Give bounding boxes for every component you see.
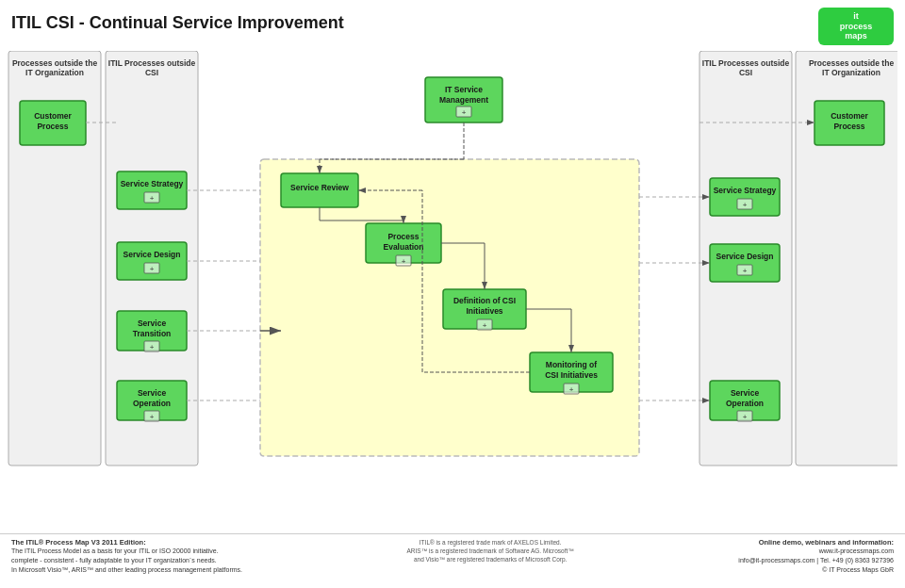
svg-text:Definition of CSI: Definition of CSI <box>453 296 516 305</box>
svg-rect-0 <box>8 51 101 466</box>
diagram: Processes outside the IT Organization IT… <box>8 51 897 513</box>
svg-text:Operation: Operation <box>133 399 171 408</box>
svg-text:Customer: Customer <box>831 111 868 121</box>
svg-text:Service Review: Service Review <box>290 183 349 192</box>
svg-rect-58 <box>737 199 752 209</box>
svg-text:Transition: Transition <box>133 329 172 338</box>
logo: itprocessmaps <box>818 8 894 45</box>
svg-text:IT Organization: IT Organization <box>822 68 880 77</box>
svg-text:Service: Service <box>138 318 167 328</box>
svg-rect-12 <box>260 159 639 456</box>
svg-rect-62 <box>737 265 752 275</box>
header: ITIL CSI - Continual Service Improvement… <box>0 0 905 49</box>
svg-text:+: + <box>462 108 467 117</box>
svg-text:Service Strategy: Service Strategy <box>121 179 184 188</box>
svg-text:Management: Management <box>439 95 488 105</box>
arrows-overlay: Processes outside the IT Organization IT… <box>8 51 897 513</box>
svg-rect-2 <box>699 51 792 466</box>
footer-left: The ITIL® Process Map V3 2011 Edition: T… <box>11 538 242 584</box>
svg-rect-46 <box>443 289 526 329</box>
page-title: ITIL CSI - Continual Service Improvement <box>11 8 344 33</box>
svg-text:+: + <box>483 321 487 330</box>
svg-text:Processes outside the: Processes outside the <box>809 58 895 68</box>
footer-right-bold: Online demo, webinars and information: <box>738 538 894 547</box>
svg-rect-60 <box>710 244 780 282</box>
svg-text:+: + <box>743 413 748 421</box>
svg-rect-37 <box>456 106 471 117</box>
svg-text:ITIL Processes outside: ITIL Processes outside <box>108 58 196 68</box>
svg-rect-22 <box>144 263 159 273</box>
svg-text:+: + <box>150 265 155 273</box>
svg-rect-69 <box>814 101 884 145</box>
svg-rect-3 <box>796 51 897 466</box>
svg-text:ITIL Processes outside: ITIL Processes outside <box>702 58 790 68</box>
svg-rect-67 <box>737 411 752 421</box>
svg-rect-44 <box>396 255 411 266</box>
svg-text:+: + <box>150 194 155 203</box>
svg-text:CSI Initiatives: CSI Initiatives <box>545 370 598 380</box>
svg-text:Evaluation: Evaluation <box>384 242 424 252</box>
svg-rect-27 <box>144 341 159 351</box>
svg-text:Process: Process <box>387 232 419 241</box>
svg-text:Customer: Customer <box>34 111 72 121</box>
svg-rect-56 <box>710 178 780 216</box>
svg-rect-54 <box>564 384 579 394</box>
footer-center-text: ITIL® is a registered trade mark of AXEL… <box>406 538 573 564</box>
svg-text:CSI: CSI <box>739 68 752 77</box>
svg-rect-51 <box>530 352 613 392</box>
svg-text:Process: Process <box>833 122 864 131</box>
svg-text:+: + <box>150 413 155 421</box>
svg-rect-29 <box>117 381 187 420</box>
svg-text:+: + <box>150 343 155 351</box>
svg-text:Service Design: Service Design <box>123 250 181 259</box>
svg-text:Service Design: Service Design <box>716 252 774 261</box>
footer-right-text: www.it-processmaps.com info@it-processma… <box>738 547 894 574</box>
svg-text:+: + <box>743 267 748 275</box>
svg-rect-49 <box>477 319 492 330</box>
svg-rect-24 <box>117 311 187 351</box>
svg-text:IT Service: IT Service <box>445 85 483 94</box>
svg-rect-41 <box>366 223 441 263</box>
svg-text:IT Organization: IT Organization <box>25 68 84 77</box>
footer-center: ITIL® is a registered trade mark of AXEL… <box>406 538 573 584</box>
svg-text:Service Strategy: Service Strategy <box>714 186 777 195</box>
svg-rect-20 <box>117 242 187 280</box>
svg-rect-18 <box>144 192 159 203</box>
svg-text:Initiatives: Initiatives <box>466 306 502 316</box>
footer-right: Online demo, webinars and information: w… <box>738 538 894 584</box>
svg-text:CSI: CSI <box>145 68 158 77</box>
footer: The ITIL® Process Map V3 2011 Edition: T… <box>0 533 905 588</box>
svg-text:Process: Process <box>37 122 68 131</box>
svg-rect-1 <box>106 51 198 466</box>
svg-rect-64 <box>710 381 780 420</box>
footer-left-text: The ITIL Process Model as a basis for yo… <box>11 547 242 574</box>
svg-text:+: + <box>743 201 748 209</box>
svg-rect-39 <box>281 173 358 207</box>
svg-rect-34 <box>425 77 502 122</box>
svg-text:Service: Service <box>138 388 167 398</box>
svg-text:+: + <box>402 257 406 266</box>
svg-text:Service: Service <box>731 388 760 398</box>
svg-text:Monitoring of: Monitoring of <box>546 360 597 369</box>
footer-left-bold: The ITIL® Process Map V3 2011 Edition: <box>11 538 242 547</box>
svg-rect-32 <box>144 411 159 421</box>
svg-rect-13 <box>20 101 86 145</box>
svg-text:Processes outside the: Processes outside the <box>12 58 98 68</box>
svg-rect-16 <box>117 172 187 209</box>
svg-text:+: + <box>569 385 574 394</box>
svg-text:Operation: Operation <box>726 399 764 408</box>
